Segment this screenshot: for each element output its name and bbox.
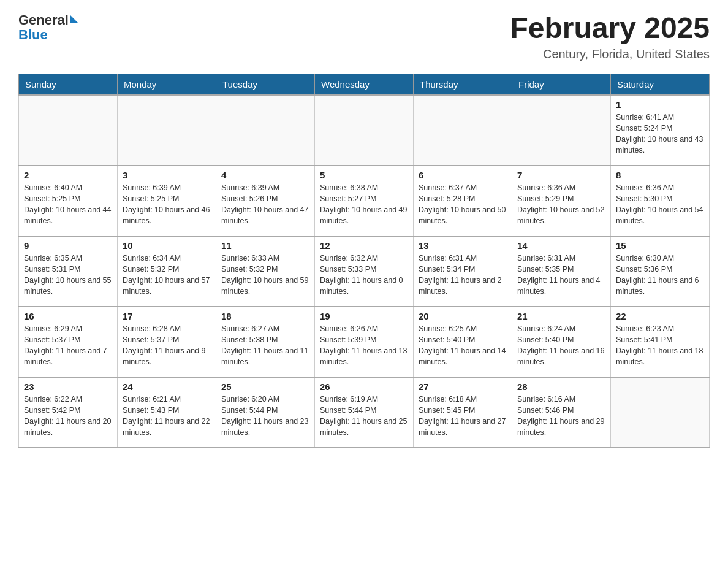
calendar-cell: 28Sunrise: 6:16 AMSunset: 5:46 PMDayligh… <box>512 377 611 448</box>
day-info: Sunrise: 6:26 AMSunset: 5:39 PMDaylight:… <box>320 323 408 368</box>
day-number: 4 <box>221 170 309 180</box>
day-number: 2 <box>24 170 112 180</box>
day-number: 16 <box>24 311 112 321</box>
day-info: Sunrise: 6:24 AMSunset: 5:40 PMDaylight:… <box>517 323 605 368</box>
day-info: Sunrise: 6:19 AMSunset: 5:44 PMDaylight:… <box>320 394 408 439</box>
day-number: 10 <box>123 240 211 251</box>
day-info: Sunrise: 6:39 AMSunset: 5:26 PMDaylight:… <box>221 182 309 227</box>
day-info: Sunrise: 6:36 AMSunset: 5:29 PMDaylight:… <box>517 182 605 227</box>
day-info: Sunrise: 6:34 AMSunset: 5:32 PMDaylight:… <box>123 253 211 297</box>
day-info: Sunrise: 6:39 AMSunset: 5:25 PMDaylight:… <box>123 182 211 227</box>
logo-general-text: General <box>18 12 69 28</box>
day-number: 20 <box>419 311 507 321</box>
column-header-friday: Friday <box>512 74 611 95</box>
logo-blue-text: Blue <box>18 27 48 43</box>
day-number: 12 <box>320 240 408 251</box>
day-number: 13 <box>419 240 507 251</box>
day-info: Sunrise: 6:22 AMSunset: 5:42 PMDaylight:… <box>24 394 112 439</box>
calendar-cell: 7Sunrise: 6:36 AMSunset: 5:29 PMDaylight… <box>512 166 611 236</box>
day-number: 26 <box>320 381 408 392</box>
calendar-cell <box>414 95 512 166</box>
calendar-cell: 25Sunrise: 6:20 AMSunset: 5:44 PMDayligh… <box>216 377 315 448</box>
calendar-cell: 3Sunrise: 6:39 AMSunset: 5:25 PMDaylight… <box>118 166 216 236</box>
calendar-cell: 27Sunrise: 6:18 AMSunset: 5:45 PMDayligh… <box>414 377 512 448</box>
day-number: 11 <box>221 240 309 251</box>
calendar-cell: 11Sunrise: 6:33 AMSunset: 5:32 PMDayligh… <box>216 236 315 307</box>
calendar-header-row: SundayMondayTuesdayWednesdayThursdayFrid… <box>19 74 710 95</box>
day-info: Sunrise: 6:27 AMSunset: 5:38 PMDaylight:… <box>221 323 309 368</box>
day-info: Sunrise: 6:37 AMSunset: 5:28 PMDaylight:… <box>419 182 507 227</box>
day-number: 5 <box>320 170 408 180</box>
day-info: Sunrise: 6:41 AMSunset: 5:24 PMDaylight:… <box>616 112 704 156</box>
day-info: Sunrise: 6:20 AMSunset: 5:44 PMDaylight:… <box>221 394 309 439</box>
day-number: 19 <box>320 311 408 321</box>
week-row-3: 9Sunrise: 6:35 AMSunset: 5:31 PMDaylight… <box>19 236 710 307</box>
day-number: 14 <box>517 240 605 251</box>
calendar-cell: 24Sunrise: 6:21 AMSunset: 5:43 PMDayligh… <box>118 377 216 448</box>
day-info: Sunrise: 6:32 AMSunset: 5:33 PMDaylight:… <box>320 253 408 297</box>
day-number: 3 <box>123 170 211 180</box>
column-header-tuesday: Tuesday <box>216 74 315 95</box>
day-info: Sunrise: 6:16 AMSunset: 5:46 PMDaylight:… <box>517 394 605 439</box>
calendar-cell: 13Sunrise: 6:31 AMSunset: 5:34 PMDayligh… <box>414 236 512 307</box>
calendar-cell: 18Sunrise: 6:27 AMSunset: 5:38 PMDayligh… <box>216 307 315 377</box>
day-number: 7 <box>517 170 605 180</box>
calendar-cell: 26Sunrise: 6:19 AMSunset: 5:44 PMDayligh… <box>315 377 414 448</box>
day-number: 6 <box>419 170 507 180</box>
day-info: Sunrise: 6:28 AMSunset: 5:37 PMDaylight:… <box>123 323 211 368</box>
page-header: General Blue February 2025 Century, Flor… <box>18 12 710 61</box>
day-info: Sunrise: 6:35 AMSunset: 5:31 PMDaylight:… <box>24 253 112 297</box>
day-number: 23 <box>24 381 112 392</box>
calendar-cell: 8Sunrise: 6:36 AMSunset: 5:30 PMDaylight… <box>611 166 710 236</box>
week-row-1: 1Sunrise: 6:41 AMSunset: 5:24 PMDaylight… <box>19 95 710 166</box>
calendar-cell: 19Sunrise: 6:26 AMSunset: 5:39 PMDayligh… <box>315 307 414 377</box>
month-title: February 2025 <box>510 12 710 45</box>
calendar-cell <box>315 95 414 166</box>
title-section: February 2025 Century, Florida, United S… <box>510 12 710 61</box>
day-info: Sunrise: 6:23 AMSunset: 5:41 PMDaylight:… <box>616 323 704 368</box>
day-info: Sunrise: 6:25 AMSunset: 5:40 PMDaylight:… <box>419 323 507 368</box>
calendar-cell: 22Sunrise: 6:23 AMSunset: 5:41 PMDayligh… <box>611 307 710 377</box>
calendar-cell: 15Sunrise: 6:30 AMSunset: 5:36 PMDayligh… <box>611 236 710 307</box>
calendar-cell: 1Sunrise: 6:41 AMSunset: 5:24 PMDaylight… <box>611 95 710 166</box>
day-number: 9 <box>24 240 112 251</box>
day-number: 8 <box>616 170 704 180</box>
week-row-4: 16Sunrise: 6:29 AMSunset: 5:37 PMDayligh… <box>19 307 710 377</box>
calendar-cell: 12Sunrise: 6:32 AMSunset: 5:33 PMDayligh… <box>315 236 414 307</box>
calendar-cell: 20Sunrise: 6:25 AMSunset: 5:40 PMDayligh… <box>414 307 512 377</box>
calendar-cell: 6Sunrise: 6:37 AMSunset: 5:28 PMDaylight… <box>414 166 512 236</box>
day-info: Sunrise: 6:31 AMSunset: 5:34 PMDaylight:… <box>419 253 507 297</box>
column-header-sunday: Sunday <box>19 74 118 95</box>
calendar-cell: 17Sunrise: 6:28 AMSunset: 5:37 PMDayligh… <box>118 307 216 377</box>
calendar-cell <box>512 95 611 166</box>
calendar-table: SundayMondayTuesdayWednesdayThursdayFrid… <box>18 74 710 448</box>
calendar-cell <box>216 95 315 166</box>
day-info: Sunrise: 6:38 AMSunset: 5:27 PMDaylight:… <box>320 182 408 227</box>
day-number: 1 <box>616 99 704 110</box>
calendar-cell: 9Sunrise: 6:35 AMSunset: 5:31 PMDaylight… <box>19 236 118 307</box>
day-number: 18 <box>221 311 309 321</box>
calendar-cell: 16Sunrise: 6:29 AMSunset: 5:37 PMDayligh… <box>19 307 118 377</box>
calendar-cell <box>118 95 216 166</box>
location-subtitle: Century, Florida, United States <box>510 47 710 61</box>
day-number: 15 <box>616 240 704 251</box>
calendar-cell: 21Sunrise: 6:24 AMSunset: 5:40 PMDayligh… <box>512 307 611 377</box>
day-info: Sunrise: 6:33 AMSunset: 5:32 PMDaylight:… <box>221 253 309 297</box>
calendar-cell: 2Sunrise: 6:40 AMSunset: 5:25 PMDaylight… <box>19 166 118 236</box>
calendar-cell <box>611 377 710 448</box>
column-header-monday: Monday <box>118 74 216 95</box>
day-number: 25 <box>221 381 309 392</box>
calendar-cell: 14Sunrise: 6:31 AMSunset: 5:35 PMDayligh… <box>512 236 611 307</box>
calendar-cell: 5Sunrise: 6:38 AMSunset: 5:27 PMDaylight… <box>315 166 414 236</box>
column-header-saturday: Saturday <box>611 74 710 95</box>
day-info: Sunrise: 6:36 AMSunset: 5:30 PMDaylight:… <box>616 182 704 227</box>
day-info: Sunrise: 6:18 AMSunset: 5:45 PMDaylight:… <box>419 394 507 439</box>
logo-arrow-icon <box>70 15 78 23</box>
week-row-2: 2Sunrise: 6:40 AMSunset: 5:25 PMDaylight… <box>19 166 710 236</box>
column-header-thursday: Thursday <box>414 74 512 95</box>
day-info: Sunrise: 6:21 AMSunset: 5:43 PMDaylight:… <box>123 394 211 439</box>
day-info: Sunrise: 6:29 AMSunset: 5:37 PMDaylight:… <box>24 323 112 368</box>
day-number: 24 <box>123 381 211 392</box>
calendar-cell: 4Sunrise: 6:39 AMSunset: 5:26 PMDaylight… <box>216 166 315 236</box>
day-info: Sunrise: 6:30 AMSunset: 5:36 PMDaylight:… <box>616 253 704 297</box>
